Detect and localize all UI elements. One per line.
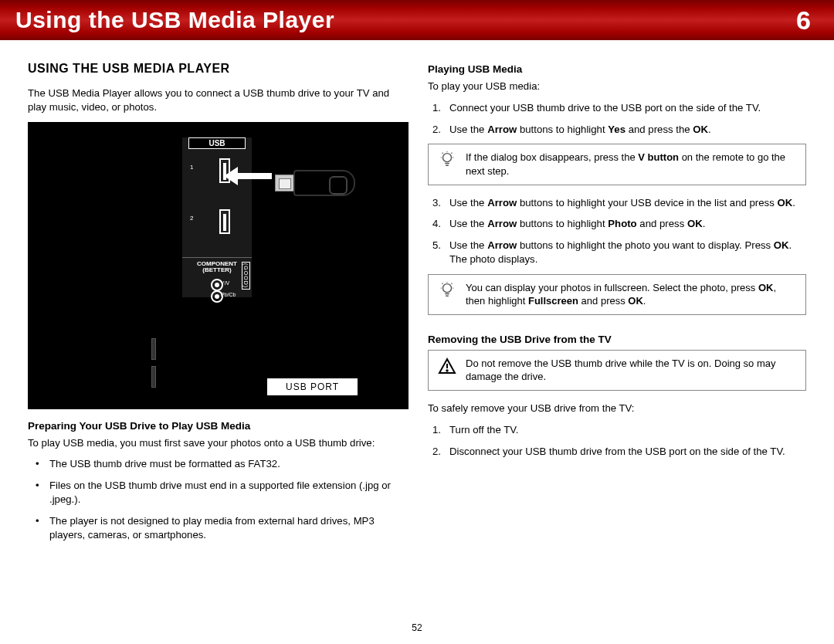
warning-icon — [436, 357, 458, 375]
play-steps: Connect your USB thumb drive to the USB … — [428, 101, 806, 137]
section-heading: USING THE USB MEDIA PLAYER — [28, 62, 406, 76]
prep-heading: Preparing Your USB Drive to Play USB Med… — [28, 420, 406, 432]
remove-steps: Turn off the TV. Disconnect your USB thu… — [428, 423, 806, 459]
play-heading: Playing USB Media — [428, 63, 806, 75]
tip-callout-2: You can display your photos in fullscree… — [428, 274, 806, 315]
play-steps-cont: Use the Arrow buttons to highlight your … — [428, 196, 806, 266]
prep-intro: To play USB media, you must first save y… — [28, 436, 406, 450]
rca-jack-pbcb — [211, 290, 223, 303]
tip-callout-1: If the dialog box disappears, press the … — [428, 144, 806, 185]
usb-port-caption: USB PORT — [267, 378, 358, 395]
usb-slot-2 — [219, 209, 230, 234]
usb-port-illustration: USB 1 2 COMPONENT(BETTER) Y/V Pb/Cb (GOO… — [28, 122, 409, 409]
chapter-number: 6 — [796, 5, 811, 36]
lightbulb-icon — [436, 281, 458, 298]
tv-panel-graphic: USB 1 2 COMPONENT(BETTER) Y/V Pb/Cb (GOO… — [182, 137, 252, 298]
svg-point-3 — [446, 370, 448, 371]
warning-callout: Do not remove the USB thumb drive while … — [428, 350, 806, 391]
intro-text: The USB Media Player allows you to conne… — [28, 86, 406, 114]
tip-text: If the dialog box disappears, press the … — [466, 151, 798, 178]
svg-point-1 — [443, 283, 452, 292]
remove-intro: To safely remove your USB drive from the… — [428, 402, 806, 415]
left-column: USING THE USB MEDIA PLAYER The USB Media… — [28, 62, 406, 550]
warning-text: Do not remove the USB thumb drive while … — [466, 357, 798, 384]
side-slots-graphic — [151, 338, 156, 388]
prep-item: Files on the USB thumb drive must end in… — [49, 479, 406, 507]
play-step-2: Use the Arrow buttons to highlight Yes a… — [449, 123, 806, 137]
prep-list: The USB thumb drive must be formatted as… — [28, 457, 406, 541]
prep-item: The USB thumb drive must be formatted as… — [49, 457, 406, 471]
arrow-icon — [235, 173, 272, 179]
remove-step-1: Turn off the TV. — [449, 423, 806, 437]
play-step-3: Use the Arrow buttons to highlight your … — [449, 196, 806, 210]
slot-2-label: 2 — [190, 215, 193, 222]
usb-stick-graphic — [275, 170, 355, 196]
remove-step-2: Disconnect your USB thumb drive from the… — [449, 445, 806, 459]
play-step-4: Use the Arrow buttons to highlight Photo… — [449, 217, 806, 231]
rca-jack-yv — [211, 279, 223, 291]
page-number: 52 — [0, 622, 834, 633]
prep-item: The player is not designed to play media… — [49, 514, 406, 542]
lightbulb-icon — [436, 151, 458, 168]
tip-text: You can display your photos in fullscree… — [466, 281, 798, 308]
chapter-header: Using the USB Media Player 6 — [0, 0, 834, 40]
remove-heading: Removing the USB Drive from the TV — [428, 334, 806, 345]
play-intro: To play your USB media: — [428, 80, 806, 93]
play-step-1: Connect your USB thumb drive to the USB … — [449, 101, 806, 115]
right-column: Playing USB Media To play your USB media… — [428, 62, 806, 550]
good-tag: (GOOD) — [242, 262, 250, 293]
svg-point-0 — [443, 154, 452, 162]
usb-panel-label: USB — [188, 137, 246, 149]
chapter-title: Using the USB Media Player — [15, 7, 334, 33]
play-step-5: Use the Arrow buttons to highlight the p… — [449, 239, 806, 266]
slot-1-label: 1 — [190, 164, 193, 171]
